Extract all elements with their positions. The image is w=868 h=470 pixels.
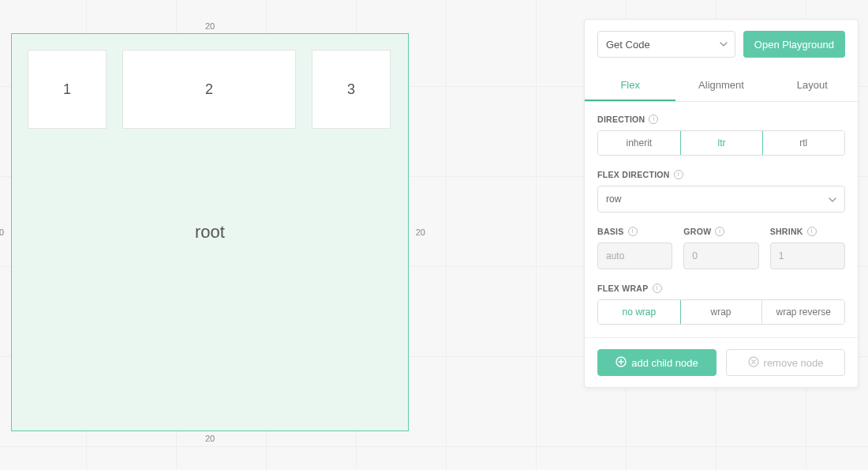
root-node[interactable]: 20 20 20 20 1 2 3 root [11, 33, 409, 431]
properties-panel: Get Code Open Playground Flex Alignment … [584, 19, 859, 388]
section-label-shrink: SHRINK i [770, 227, 845, 236]
x-circle-icon [748, 356, 759, 370]
flex-direction-select[interactable]: row [597, 186, 845, 212]
padding-top-value: 20 [205, 21, 215, 31]
tab-layout[interactable]: Layout [767, 69, 858, 101]
panel-tabs: Flex Alignment Layout [585, 69, 858, 102]
child-node[interactable]: 2 [122, 50, 296, 129]
info-icon[interactable]: i [807, 227, 817, 236]
direction-option-rtl[interactable]: rtl [762, 131, 844, 155]
section-label-basis: BASIS i [597, 227, 672, 236]
shrink-input[interactable] [770, 243, 845, 269]
chevron-down-icon [829, 194, 836, 205]
panel-scroll-area[interactable]: DIRECTION i inherit ltr rtl FLEX DIRECTI… [585, 102, 858, 337]
child-label: 2 [205, 81, 213, 98]
info-icon[interactable]: i [653, 284, 662, 293]
panel-header: Get Code Open Playground [585, 20, 858, 69]
padding-left-value: 20 [0, 227, 4, 237]
child-label: 1 [63, 81, 71, 98]
panel-footer: add child node remove node [585, 337, 858, 387]
section-label-text: FLEX WRAP [597, 284, 649, 293]
direction-option-ltr[interactable]: ltr [680, 130, 764, 156]
direction-option-inherit[interactable]: inherit [598, 131, 681, 155]
flex-wrap-button-group: no wrap wrap wrap reverse [597, 299, 845, 325]
add-child-node-button[interactable]: add child node [597, 349, 716, 376]
flexwrap-option-wrap-reverse[interactable]: wrap reverse [762, 300, 844, 324]
remove-node-label: remove node [764, 357, 824, 369]
grow-input[interactable] [683, 243, 758, 269]
remove-node-button: remove node [726, 349, 845, 376]
padding-bottom-value: 20 [205, 434, 215, 443]
section-label-text: DIRECTION [597, 115, 645, 124]
tab-alignment[interactable]: Alignment [675, 69, 766, 101]
root-label: root [195, 222, 225, 243]
get-code-dropdown[interactable]: Get Code [597, 31, 735, 58]
info-icon[interactable]: i [649, 115, 658, 124]
flexwrap-option-wrap[interactable]: wrap [680, 300, 763, 324]
flex-direction-value: row [606, 194, 621, 205]
root-children-row: 1 2 3 [28, 50, 392, 129]
basis-input[interactable] [597, 243, 672, 269]
get-code-label: Get Code [606, 39, 650, 51]
section-label-text: GROW [683, 227, 711, 236]
info-icon[interactable]: i [715, 227, 724, 236]
child-node[interactable]: 1 [28, 50, 107, 129]
flexwrap-option-nowrap[interactable]: no wrap [597, 299, 681, 325]
chevron-down-icon [720, 42, 728, 47]
section-label-text: BASIS [597, 227, 624, 236]
section-label-flex-wrap: FLEX WRAP i [597, 284, 845, 293]
section-label-text: SHRINK [770, 227, 803, 236]
child-node[interactable]: 3 [312, 50, 391, 129]
section-label-direction: DIRECTION i [597, 115, 845, 124]
open-playground-button[interactable]: Open Playground [743, 31, 845, 58]
add-child-label: add child node [631, 357, 698, 369]
tab-flex[interactable]: Flex [585, 69, 675, 101]
info-icon[interactable]: i [628, 227, 638, 236]
direction-button-group: inherit ltr rtl [597, 130, 845, 156]
plus-circle-icon [615, 356, 627, 370]
section-label-grow: GROW i [683, 227, 758, 236]
info-icon[interactable]: i [674, 170, 683, 179]
child-label: 3 [347, 81, 355, 98]
section-label-flex-direction: FLEX DIRECTION i [597, 170, 845, 179]
section-label-text: FLEX DIRECTION [597, 170, 670, 179]
padding-right-value: 20 [416, 227, 425, 237]
